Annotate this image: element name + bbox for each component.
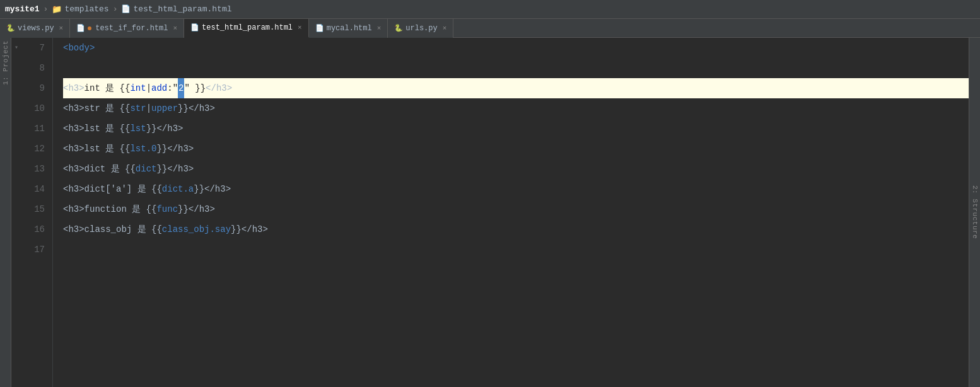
code-token: <body> — [63, 38, 95, 58]
code-token: }} — [156, 159, 167, 179]
code-token: </h3> — [189, 98, 215, 118]
code-token: <h3> — [63, 219, 85, 240]
tab-test_if_for[interactable]: 📄test_if_for.html× — [70, 19, 184, 38]
sep1: › — [44, 4, 49, 14]
tab-mycal[interactable]: 📄mycal.html× — [309, 19, 388, 38]
line-numbers: 7891011121314151617 — [21, 38, 53, 387]
modified-dot — [88, 26, 91, 30]
code-token: dict — [136, 159, 157, 179]
tab-urls_py[interactable]: 🐍urls.py× — [388, 19, 453, 38]
code-token: <h3> — [63, 118, 85, 139]
fold-marker — [11, 219, 21, 240]
code-line[interactable] — [63, 240, 969, 260]
code-token: </h3> — [167, 139, 194, 159]
breadcrumb-folder[interactable]: templates — [64, 4, 108, 14]
line-number: 17 — [26, 240, 45, 260]
code-token: str 是 {{ — [85, 98, 131, 118]
main-layout: 1: Project ▾ 7891011121314151617 <body> … — [0, 38, 980, 387]
code-token: int 是 {{ — [85, 78, 131, 98]
code-line[interactable]: <h3>lst 是 {{ lst }}</h3> — [63, 118, 969, 139]
tab-close-button[interactable]: × — [173, 25, 177, 32]
fold-marker — [11, 139, 21, 159]
breadcrumb-bar: mysite1 › 📁 templates › 📄 test_html_para… — [0, 0, 980, 19]
code-token: </h3> — [189, 199, 215, 219]
code-line[interactable]: <body> — [63, 38, 969, 58]
code-token: </h3> — [167, 159, 194, 179]
project-name[interactable]: mysite1 — [5, 4, 40, 14]
code-token: int — [130, 78, 146, 98]
fold-marker — [11, 240, 21, 260]
code-token: }} — [178, 98, 189, 118]
code-token: dict.a — [162, 179, 194, 199]
code-token: }} — [194, 179, 204, 199]
tab-close-button[interactable]: × — [377, 25, 382, 32]
tab-close-button[interactable]: × — [59, 25, 64, 32]
code-line[interactable]: <h3>lst 是 {{ lst.0 }}</h3> — [63, 139, 969, 159]
line-number: 14 — [26, 179, 45, 199]
fold-marker — [11, 78, 21, 98]
cursor: 2 — [178, 78, 184, 98]
breadcrumb-file[interactable]: test_html_param.html — [133, 4, 231, 14]
code-token: add — [151, 78, 167, 98]
code-line[interactable]: <h3>str 是 {{ str|upper }}</h3> — [63, 98, 969, 118]
fold-marker — [11, 58, 21, 78]
code-token: lst 是 {{ — [85, 139, 131, 159]
code-token: upper — [151, 98, 178, 118]
code-token: class_obj.say — [162, 219, 231, 240]
tab-views_py[interactable]: 🐍views.py× — [0, 19, 70, 38]
fold-marker — [11, 159, 21, 179]
code-token: | — [146, 98, 151, 118]
code-line[interactable]: <h3>dict['a'] 是 {{ dict.a }}</h3> — [63, 179, 969, 199]
fold-marker[interactable]: ▾ — [11, 38, 21, 58]
code-content[interactable]: <body> <h3>int 是 {{ int|add:"2" }}</h3> … — [53, 38, 969, 387]
project-panel-label[interactable]: 1: Project — [0, 38, 11, 387]
structure-panel-label[interactable]: 2: Structure — [969, 38, 980, 387]
line-number: 7 — [26, 38, 45, 58]
code-token: <h3> — [63, 78, 85, 98]
code-token: func — [156, 199, 178, 219]
fold-gutter: ▾ — [11, 38, 21, 387]
structure-label-text: 2: Structure — [971, 185, 979, 239]
line-number: 11 — [26, 118, 45, 139]
code-line[interactable]: <h3>dict 是 {{ dict }}</h3> — [63, 159, 969, 179]
fold-marker — [11, 98, 21, 118]
code-token: class_obj 是 {{ — [85, 219, 162, 240]
code-line[interactable]: <h3>int 是 {{ int|add:"2" }}</h3> — [63, 78, 969, 98]
html-file-icon: 📄 — [76, 24, 85, 32]
code-token: dict 是 {{ — [85, 159, 136, 179]
line-number: 10 — [26, 98, 45, 118]
code-token: <h3> — [63, 139, 85, 159]
code-token: lst.0 — [130, 139, 156, 159]
code-token: }} — [231, 219, 242, 240]
code-token: :" — [167, 78, 178, 98]
line-number: 9 — [26, 78, 45, 98]
tab-label: test_if_for.html — [95, 24, 168, 33]
code-line[interactable] — [63, 58, 969, 78]
code-token: <h3> — [63, 179, 85, 199]
tab-close-button[interactable]: × — [443, 25, 447, 32]
line-number: 8 — [26, 58, 45, 78]
code-token: lst 是 {{ — [85, 118, 131, 139]
code-token: <h3> — [63, 98, 85, 118]
code-line[interactable]: <h3>function 是 {{ func }}</h3> — [63, 199, 969, 219]
code-token: </h3> — [204, 179, 231, 199]
html-file-icon: 📄 — [190, 23, 199, 32]
code-token: str — [130, 98, 146, 118]
python-icon: 🐍 — [6, 24, 15, 32]
tab-test_html_param[interactable]: 📄test_html_param.html× — [184, 19, 309, 38]
code-token: function 是 {{ — [85, 199, 157, 219]
code-line[interactable]: <h3>class_obj 是 {{ class_obj.say }}</h3> — [63, 219, 969, 240]
code-token: <h3> — [63, 159, 85, 179]
fold-marker — [11, 179, 21, 199]
sep2: › — [113, 4, 118, 14]
tab-label: mycal.html — [327, 24, 372, 33]
fold-marker — [11, 118, 21, 139]
line-number: 15 — [26, 199, 45, 219]
folder-icon: 📁 — [52, 4, 62, 14]
project-label-text: 1: Project — [2, 40, 9, 85]
tab-label: views.py — [18, 24, 54, 33]
editor-area: ▾ 7891011121314151617 <body> <h3>int 是 {… — [11, 38, 969, 387]
code-token: </h3> — [206, 78, 232, 98]
tab-close-button[interactable]: × — [298, 24, 302, 32]
fold-marker — [11, 199, 21, 219]
